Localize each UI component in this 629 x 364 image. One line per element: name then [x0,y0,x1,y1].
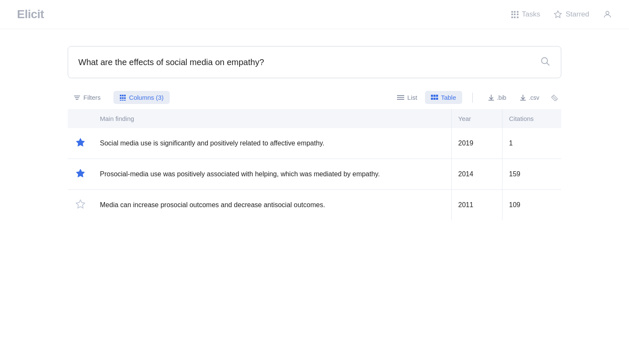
toolbar: Filters Columns (3) [0,91,629,109]
svg-marker-0 [555,11,562,18]
starred-nav-item[interactable]: Starred [554,10,589,19]
row-finding-cell: Prosocial-media use was positively assoc… [93,159,451,190]
download-csv-icon [520,94,526,101]
svg-rect-9 [124,95,126,96]
star-filled-icon [75,137,86,148]
toolbar-divider [472,93,473,103]
star-filled-icon [75,168,86,178]
row-year-cell: 2011 [451,190,502,221]
row-star-cell [68,128,93,159]
download-bib-button[interactable]: .bib [483,91,512,104]
svg-rect-13 [120,100,121,101]
filter-icon [74,94,80,101]
star-empty-icon [75,199,86,209]
row-finding-cell: Media can increase prosocial outcomes an… [93,190,451,221]
svg-rect-21 [436,95,438,97]
table-svg [431,95,438,101]
filter-svg [74,94,80,101]
row-citations-cell: 109 [502,190,561,221]
filters-button[interactable]: Filters [68,91,107,104]
svg-line-3 [547,63,549,66]
table-row: Prosocial-media use was positively assoc… [68,159,561,190]
svg-rect-10 [120,97,121,99]
svg-rect-7 [120,95,121,96]
csv-label: .csv [529,94,539,101]
columns-svg [119,94,126,101]
logo: Elicit [17,8,44,21]
search-button[interactable] [540,56,551,68]
svg-rect-8 [122,95,124,96]
table-row: Media can increase prosocial outcomes an… [68,190,561,221]
svg-rect-11 [122,97,124,99]
download-bib-icon [488,94,494,101]
user-icon [603,10,612,19]
svg-rect-20 [433,95,436,97]
svg-marker-31 [76,138,85,146]
row-star-cell [68,190,93,221]
erase-icon [551,94,558,101]
svg-point-2 [541,57,547,63]
results-table: Main finding Year Citations Social media… [68,109,561,220]
table-row: Social media use is significantly and po… [68,128,561,159]
download-csv-button[interactable]: .csv [515,91,544,104]
row-finding-cell: Social media use is significantly and po… [93,128,451,159]
row-year-cell: 2019 [451,128,502,159]
bib-label: .bib [497,94,507,101]
search-input[interactable] [78,57,540,67]
table-icon [431,95,438,101]
list-icon [397,95,404,100]
starred-label: Starred [566,10,589,19]
header-year: Year [451,109,502,128]
search-box [68,46,561,78]
svg-marker-32 [76,169,85,177]
svg-rect-19 [431,95,433,97]
row-star-cell [68,159,93,190]
list-svg [397,95,404,100]
search-area [0,29,629,91]
table-label: Table [441,94,456,101]
toolbar-right: .bib .csv [483,91,561,104]
table-header-row: Main finding Year Citations [68,109,561,128]
columns-label: Columns (3) [129,94,164,101]
row-citations-cell: 1 [502,128,561,159]
svg-marker-33 [76,200,85,208]
erase-button[interactable] [548,91,561,104]
toolbar-left: Filters Columns (3) [68,91,462,104]
table-view-button[interactable]: Table [425,91,462,104]
svg-point-1 [606,11,609,14]
list-view-button[interactable]: List [391,91,423,104]
svg-rect-14 [122,100,124,101]
svg-rect-24 [436,98,438,100]
header-main-finding: Main finding [93,109,451,128]
user-nav-item[interactable] [603,10,612,19]
header-citations: Citations [502,109,561,128]
svg-rect-23 [433,98,436,100]
row-year-cell: 2014 [451,159,502,190]
list-label: List [407,94,417,101]
header: Elicit Tasks Starred [0,0,629,29]
star-toggle-button[interactable] [75,199,86,211]
search-icon [540,56,551,67]
row-citations-cell: 159 [502,159,561,190]
grid-icon [511,11,519,18]
svg-rect-15 [124,100,126,101]
svg-rect-22 [431,98,433,100]
columns-icon [119,94,126,101]
columns-button[interactable]: Columns (3) [113,91,170,104]
star-toggle-button[interactable] [75,137,86,149]
star-outline-icon [554,10,562,19]
results-table-area: Main finding Year Citations Social media… [0,109,629,220]
header-star [68,109,93,128]
filters-label: Filters [83,94,101,101]
star-toggle-button[interactable] [75,168,86,180]
tasks-nav-item[interactable]: Tasks [511,10,540,19]
svg-rect-12 [124,97,126,99]
header-nav: Tasks Starred [511,10,612,19]
tasks-label: Tasks [522,10,540,19]
